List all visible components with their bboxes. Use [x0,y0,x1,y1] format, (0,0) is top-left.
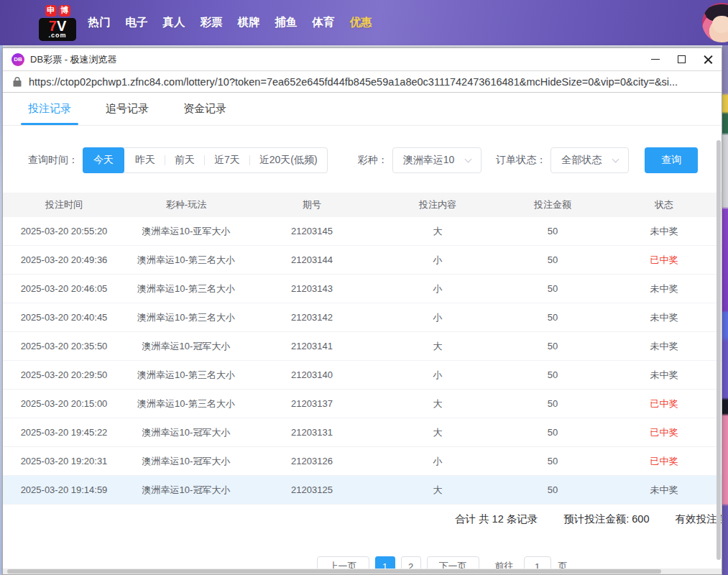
browser-window: DB DB彩票 - 极速浏览器 https://ctop02pchwp1.zfn… [2,47,722,575]
cell-bet-amount: 50 [499,312,607,323]
table-row[interactable]: 2025-03-20 19:45:22澳洲幸运10-冠军大小21203131大5… [3,418,722,447]
cell-game-play: 澳洲幸运10-冠军大小 [125,484,247,497]
window-controls [642,48,722,70]
search-button[interactable]: 查询 [645,147,698,173]
cell-bet-time: 2025-03-20 20:40:45 [3,312,125,323]
tab-投注记录[interactable]: 投注记录 [28,93,71,125]
cell-status: 未中奖 [607,225,722,238]
order-status-select[interactable]: 全部状态 [550,147,629,173]
nav-item-捕鱼[interactable]: 捕鱼 [267,15,305,30]
logo-badges: 申 博 [45,5,70,17]
nav-item-热门[interactable]: 热门 [80,15,118,30]
cell-game-play: 澳洲幸运10-冠军大小 [125,455,247,468]
cell-status: 已中奖 [607,426,722,439]
tab-资金记录[interactable]: 资金记录 [183,93,226,125]
nav-item-棋牌[interactable]: 棋牌 [230,15,267,30]
table-row[interactable]: 2025-03-20 20:46:05澳洲幸运10-第三名大小21203143小… [3,275,722,303]
avatar-face [712,16,728,33]
column-header-期号: 期号 [247,198,377,211]
table-body: 2025-03-20 20:55:20澳洲幸运10-亚军大小21203145大5… [3,217,722,505]
cell-bet-time: 2025-03-20 20:46:05 [3,283,125,294]
cell-bet-time: 2025-03-20 20:55:20 [3,226,125,236]
cell-issue-number: 21203126 [247,456,377,466]
time-option-昨天[interactable]: 昨天 [126,148,165,172]
cell-bet-amount: 50 [499,456,607,466]
nav-item-体育[interactable]: 体育 [305,15,342,30]
nav-item-电子[interactable]: 电子 [118,15,155,30]
chevron-down-icon [465,156,472,163]
cell-issue-number: 21203131 [247,427,377,438]
summary-bar: 合计 共 12 条记录 预计投注金额: 600 有效投注金 [3,505,722,533]
logo-badge-left: 申 [45,5,57,17]
table-row[interactable]: 2025-03-20 19:14:59澳洲幸运10-冠军大小21203125大5… [3,476,722,505]
maximize-button[interactable] [668,48,695,70]
table-row[interactable]: 2025-03-20 20:40:45澳洲幸运10-第三名大小21203142小… [3,303,722,332]
cell-game-play: 澳洲幸运10-第三名大小 [125,397,247,410]
cell-bet-content: 小 [377,455,499,468]
cell-game-play: 澳洲幸运10-第三名大小 [125,254,247,267]
cell-bet-amount: 50 [499,226,607,236]
cell-game-play: 澳洲幸运10-冠军大小 [125,426,247,439]
horizontal-scrollbar[interactable] [3,569,722,574]
cell-bet-time: 2025-03-20 20:49:36 [3,254,125,265]
cell-status: 未中奖 [607,340,722,353]
horizontal-scrollbar-thumb[interactable] [7,569,661,574]
site-header: 申 博 7V .com 热门电子真人彩票棋牌捕鱼体育优惠 [0,0,728,45]
url-text[interactable]: https://ctop02pchwp1.zfnc84.com/lottery/… [29,76,711,88]
table-row[interactable]: 2025-03-20 20:55:20澳洲幸运10-亚军大小21203145大5… [3,217,722,246]
column-header-投注金额: 投注金额 [499,198,607,211]
table-row[interactable]: 2025-03-20 20:49:36澳洲幸运10-第三名大小21203144小… [3,246,722,275]
cell-bet-content: 大 [377,426,499,439]
cell-bet-time: 2025-03-20 19:45:22 [3,427,125,438]
cell-issue-number: 21203140 [247,369,377,380]
cell-issue-number: 21203141 [247,341,377,351]
cell-bet-content: 小 [377,282,499,295]
table-row[interactable]: 2025-03-20 20:29:50澳洲幸运10-第三名大小21203140小… [3,361,722,390]
lottery-select-value: 澳洲幸运10 [403,154,455,167]
logo-com-suffix: .com [39,32,76,39]
time-option-近20天(低频)[interactable]: 近20天(低频) [250,148,327,172]
cell-bet-amount: 50 [499,427,607,438]
cell-bet-amount: 50 [499,283,607,294]
site-logo[interactable]: 申 博 7V .com [39,5,76,41]
logo-brand: 7V [39,19,76,33]
address-bar[interactable]: https://ctop02pchwp1.zfnc84.com/lottery/… [3,70,722,93]
time-filter-label: 查询时间： [28,154,78,167]
nav-item-彩票[interactable]: 彩票 [193,15,230,30]
user-avatar[interactable] [702,3,728,42]
cell-bet-amount: 50 [499,369,607,380]
nav-item-优惠[interactable]: 优惠 [342,15,379,30]
table-row[interactable]: 2025-03-20 20:35:50澳洲幸运10-冠军大小21203141大5… [3,332,722,361]
record-tabs: 投注记录追号记录资金记录 [3,93,722,126]
window-titlebar[interactable]: DB DB彩票 - 极速浏览器 [3,48,722,70]
page-content: 投注记录追号记录资金记录 查询时间： 今天昨天前天近7天近20天(低频) 彩种：… [3,93,722,574]
table-row[interactable]: 2025-03-20 19:20:31澳洲幸运10-冠军大小21203126小5… [3,447,722,476]
nav-item-真人[interactable]: 真人 [155,15,193,30]
cell-bet-content: 大 [377,484,499,497]
time-option-今天[interactable]: 今天 [83,147,124,173]
column-header-投注内容: 投注内容 [377,198,499,211]
tab-追号记录[interactable]: 追号记录 [106,93,149,125]
column-header-状态: 状态 [607,198,722,211]
lottery-select[interactable]: 澳洲幸运10 [392,147,482,173]
minimize-icon [651,59,660,60]
column-header-彩种-玩法: 彩种-玩法 [125,198,247,211]
close-button[interactable] [695,48,722,70]
minimize-button[interactable] [642,48,668,70]
cell-status: 未中奖 [607,311,722,324]
vertical-scrollbar[interactable] [717,139,721,568]
cell-game-play: 澳洲幸运10-冠军大小 [125,340,247,353]
logo-box: 7V .com [39,18,76,41]
table-row[interactable]: 2025-03-20 20:15:00澳洲幸运10-第三名大小21203137大… [3,390,722,418]
time-option-近7天[interactable]: 近7天 [205,148,249,172]
cell-bet-amount: 50 [499,254,607,265]
time-option-前天[interactable]: 前天 [165,148,204,172]
cell-bet-amount: 50 [499,341,607,351]
cell-bet-amount: 50 [499,484,607,495]
vertical-scrollbar-thumb[interactable] [717,140,721,560]
bet-records-table: 投注时间彩种-玩法期号投注内容投注金额状态 2025-03-20 20:55:2… [3,193,722,505]
cell-issue-number: 21203142 [247,312,377,323]
cell-bet-content: 小 [377,311,499,324]
cell-status: 未中奖 [607,282,722,295]
cell-issue-number: 21203143 [247,283,377,294]
